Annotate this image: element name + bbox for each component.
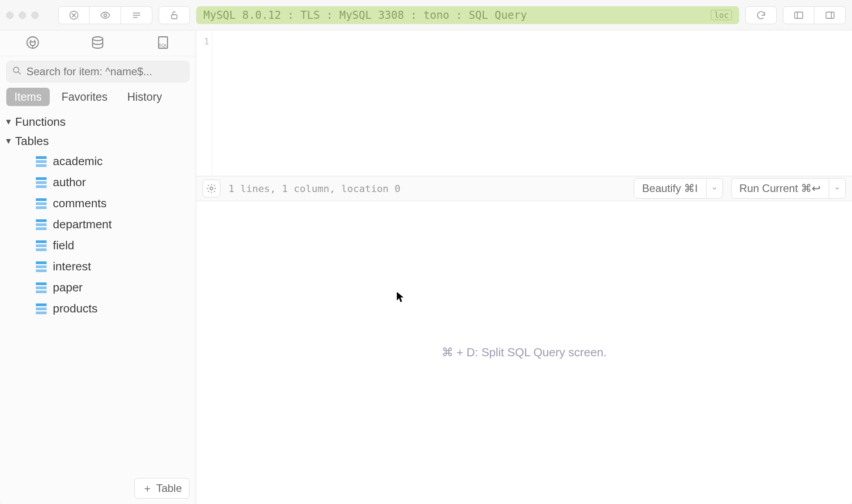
- search-icon: [12, 65, 22, 78]
- run-dropdown[interactable]: [829, 179, 845, 198]
- connection-tab[interactable]: [25, 35, 40, 52]
- beautify-dropdown[interactable]: [706, 179, 723, 198]
- svg-rect-8: [795, 12, 803, 18]
- chevron-down-icon: ▼: [4, 137, 13, 146]
- svg-point-13: [93, 37, 103, 41]
- right-panel-toggle[interactable]: [814, 6, 846, 24]
- editor-settings-button[interactable]: [202, 179, 220, 197]
- main-split: SQL Items Favorites History ▼: [0, 30, 852, 504]
- toolbar-group-query: [58, 6, 152, 24]
- results-area: ⌘ + D: Split SQL Query screen.: [196, 201, 852, 504]
- functions-label: Functions: [15, 115, 66, 129]
- plus-icon: ＋: [142, 481, 153, 495]
- table-item-academic[interactable]: academic: [0, 151, 196, 172]
- table-name: department: [53, 218, 112, 231]
- sidebar-section-tabs: Items Favorites History: [0, 82, 196, 111]
- right-pane: 1 1 lines, 1 column, location 0 Beautify…: [196, 30, 852, 504]
- zoom-window-button[interactable]: [31, 12, 39, 19]
- table-name: products: [53, 302, 98, 316]
- preview-button[interactable]: [90, 6, 121, 24]
- gear-icon: [206, 183, 217, 194]
- svg-rect-7: [172, 15, 177, 19]
- left-panel-toggle[interactable]: [783, 6, 814, 24]
- toolbar-group-panels: [783, 6, 846, 24]
- tables-group[interactable]: ▼ Tables: [0, 132, 196, 151]
- svg-point-18: [210, 187, 213, 190]
- sql-file-icon: SQL: [155, 35, 171, 50]
- database-tab[interactable]: [90, 35, 105, 52]
- table-item-comments[interactable]: comments: [0, 193, 196, 214]
- svg-text:SQL: SQL: [159, 42, 168, 47]
- table-item-field[interactable]: field: [0, 235, 196, 256]
- chevron-down-icon: [711, 185, 718, 192]
- svg-line-17: [18, 72, 21, 74]
- svg-rect-10: [826, 12, 834, 18]
- table-icon: [36, 261, 47, 272]
- chevron-down-icon: ▼: [4, 117, 13, 127]
- traffic-lights: [6, 12, 39, 19]
- connection-title: MySQL 8.0.12 : TLS : MySQL 3308 : tono :…: [203, 9, 527, 21]
- gutter-line-number: 1: [196, 36, 209, 47]
- svg-point-16: [13, 67, 19, 73]
- table-icon: [36, 156, 47, 167]
- table-name: author: [53, 175, 86, 189]
- sidebar-mode-tabs: SQL: [0, 30, 196, 56]
- sidebar-footer: ＋ Table: [0, 473, 196, 504]
- table-name: field: [53, 239, 74, 252]
- table-name: paper: [53, 281, 83, 295]
- loc-badge: loc: [711, 10, 732, 20]
- editor-status: 1 lines, 1 column, location 0: [228, 183, 400, 194]
- table-icon: [36, 219, 47, 230]
- right-panel-icon: [825, 10, 835, 21]
- search-input[interactable]: [6, 61, 189, 82]
- run-label: Run Current ⌘↩: [732, 179, 829, 198]
- plug-icon: [25, 35, 40, 50]
- sidebar-tree: ▼ Functions ▼ Tables academic author: [0, 111, 196, 473]
- table-item-products[interactable]: products: [0, 298, 196, 319]
- table-name: comments: [53, 196, 107, 210]
- close-window-button[interactable]: [6, 12, 13, 19]
- stop-button[interactable]: [58, 6, 90, 24]
- refresh-icon: [756, 10, 766, 21]
- tab-favorites[interactable]: Favorites: [53, 88, 116, 106]
- database-icon: [90, 35, 105, 50]
- add-table-button[interactable]: ＋ Table: [134, 478, 189, 499]
- app-window: MySQL 8.0.12 : TLS : MySQL 3308 : tono :…: [0, 0, 852, 504]
- table-item-paper[interactable]: paper: [0, 277, 196, 298]
- editor-canvas[interactable]: [212, 30, 852, 176]
- add-table-label: Table: [156, 482, 182, 495]
- table-icon: [36, 240, 47, 251]
- editor-gutter: 1: [196, 30, 212, 176]
- table-item-author[interactable]: author: [0, 172, 196, 193]
- tab-items[interactable]: Items: [6, 88, 50, 106]
- table-item-interest[interactable]: interest: [0, 256, 196, 277]
- beautify-label: Beautify ⌘I: [634, 179, 706, 198]
- split-hint: ⌘ + D: Split SQL Query screen.: [442, 346, 607, 359]
- stop-icon: [69, 10, 79, 21]
- table-item-department[interactable]: department: [0, 214, 196, 235]
- tab-history[interactable]: History: [119, 88, 170, 106]
- chevron-down-icon: [834, 185, 840, 192]
- minimize-window-button[interactable]: [19, 12, 26, 19]
- svg-point-3: [104, 14, 107, 17]
- lock-open-icon: [169, 10, 180, 21]
- sidebar: SQL Items Favorites History ▼: [0, 30, 196, 504]
- table-icon: [36, 282, 47, 293]
- sql-tab[interactable]: SQL: [155, 35, 171, 52]
- lock-button[interactable]: [159, 6, 190, 24]
- functions-group[interactable]: ▼ Functions: [0, 112, 196, 132]
- connection-bar[interactable]: MySQL 8.0.12 : TLS : MySQL 3308 : tono :…: [196, 6, 739, 24]
- lines-icon: [131, 10, 142, 21]
- table-icon: [36, 303, 47, 314]
- table-name: interest: [53, 260, 91, 273]
- refresh-button[interactable]: [745, 6, 777, 24]
- table-name: academic: [53, 154, 103, 168]
- beautify-button[interactable]: Beautify ⌘I: [634, 178, 723, 199]
- table-icon: [36, 177, 47, 188]
- editor-toolbar: 1 lines, 1 column, location 0 Beautify ⌘…: [196, 176, 852, 201]
- format-button[interactable]: [121, 6, 152, 24]
- run-current-button[interactable]: Run Current ⌘↩: [731, 178, 846, 199]
- left-panel-icon: [793, 10, 804, 21]
- titlebar: MySQL 8.0.12 : TLS : MySQL 3308 : tono :…: [0, 0, 852, 30]
- sql-editor[interactable]: 1: [196, 30, 852, 176]
